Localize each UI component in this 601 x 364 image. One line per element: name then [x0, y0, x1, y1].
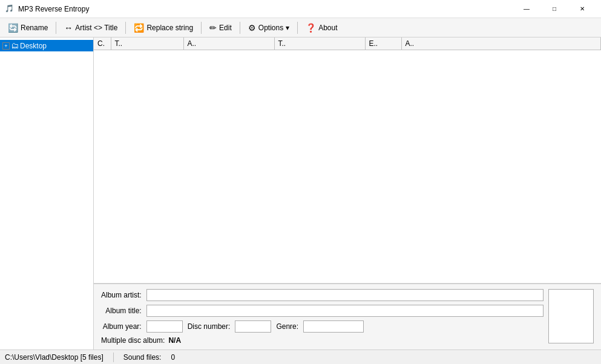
replace-string-button[interactable]: 🔁 Replace string	[128, 21, 199, 35]
metadata-fields: Album artist: Album title: Album year: D…	[101, 289, 544, 345]
genre-input[interactable]	[303, 320, 364, 333]
app-icon: 🎵	[5, 4, 15, 14]
separator-4	[240, 22, 240, 34]
options-icon: ⚙	[248, 23, 256, 33]
status-path: C:\Users\Vlad\Desktop [5 files]	[5, 353, 103, 362]
multiple-disc-row: Multiple disc album: N/A	[101, 336, 544, 345]
sound-files-label: Sound files:	[123, 353, 162, 362]
edit-icon: ✏	[209, 23, 217, 33]
options-label: Options	[258, 24, 283, 32]
window-controls: — □ ✕	[513, 0, 596, 18]
table-header-row: C. T.. A.. T.. E.. A..	[94, 37, 601, 50]
about-label: About	[318, 24, 337, 32]
maximize-button[interactable]: □	[540, 0, 568, 18]
toolbar: 🔄 Rename ↔ Artist <> Title 🔁 Replace str…	[0, 18, 601, 37]
col-header-e[interactable]: E..	[365, 37, 401, 50]
edit-button[interactable]: ✏ Edit	[204, 21, 237, 35]
rename-button[interactable]: 🔄 Rename	[2, 21, 53, 35]
right-panel: C. T.. A.. T.. E.. A.. Album artist:	[94, 37, 601, 349]
album-artist-input[interactable]	[146, 289, 544, 301]
album-year-input[interactable]	[146, 320, 183, 333]
replace-string-label: Replace string	[146, 24, 193, 32]
album-artist-label: Album artist:	[101, 291, 142, 299]
artist-title-label: Artist <> Title	[75, 24, 117, 32]
disc-number-input[interactable]	[235, 320, 271, 333]
separator-2	[125, 22, 126, 34]
status-separator	[113, 353, 114, 362]
about-icon: ❓	[306, 23, 316, 33]
title-bar: 🎵 MP3 Reverse Entropy — □ ✕	[0, 0, 601, 18]
app-title: MP3 Reverse Entropy	[18, 5, 513, 13]
genre-label: Genre:	[276, 322, 298, 331]
folder-icon: 🗂	[11, 41, 19, 50]
multiple-disc-label: Multiple disc album:	[101, 336, 165, 345]
tree-panel[interactable]: + 🗂 Desktop	[0, 37, 94, 349]
status-bar: C:\Users\Vlad\Desktop [5 files] Sound fi…	[0, 349, 601, 364]
artist-title-button[interactable]: ↔ Artist <> Title	[59, 21, 123, 35]
col-header-a[interactable]: A..	[183, 37, 274, 50]
replace-icon: 🔁	[134, 23, 144, 33]
rename-label: Rename	[21, 24, 48, 32]
separator-1	[56, 22, 56, 34]
album-title-label: Album title:	[101, 307, 142, 315]
col-header-t[interactable]: T..	[111, 37, 183, 50]
year-disc-genre-row: Disc number: Genre:	[146, 320, 544, 333]
separator-3	[201, 22, 202, 34]
file-table: C. T.. A.. T.. E.. A..	[94, 37, 601, 50]
sound-files-count: 0	[171, 353, 175, 362]
separator-5	[297, 22, 298, 34]
col-header-c[interactable]: C.	[94, 37, 111, 50]
tree-item-label: Desktop	[20, 42, 47, 50]
edit-label: Edit	[219, 24, 232, 32]
album-title-input[interactable]	[146, 305, 544, 317]
artist-title-icon: ↔	[64, 23, 73, 33]
tree-expand-button[interactable]: +	[2, 42, 10, 50]
col-header-t2[interactable]: T..	[274, 37, 365, 50]
col-header-a2[interactable]: A..	[401, 37, 601, 50]
options-dropdown-arrow: ▾	[286, 24, 289, 32]
main-container: + 🗂 Desktop C. T.. A.. T.. E.. A..	[0, 37, 601, 349]
bottom-panel: Album artist: Album title: Album year: D…	[94, 284, 601, 349]
options-button[interactable]: ⚙ Options ▾	[243, 21, 295, 35]
rename-icon: 🔄	[8, 23, 18, 33]
disc-number-label: Disc number:	[188, 322, 231, 331]
minimize-button[interactable]: —	[513, 0, 540, 18]
tree-item-desktop[interactable]: + 🗂 Desktop	[0, 40, 93, 51]
multiple-disc-value: N/A	[168, 336, 181, 345]
file-table-container[interactable]: C. T.. A.. T.. E.. A..	[94, 37, 601, 284]
album-art-box[interactable]	[548, 289, 594, 343]
album-year-label: Album year:	[101, 322, 142, 331]
about-button[interactable]: ❓ About	[300, 21, 343, 35]
close-button[interactable]: ✕	[568, 0, 596, 18]
